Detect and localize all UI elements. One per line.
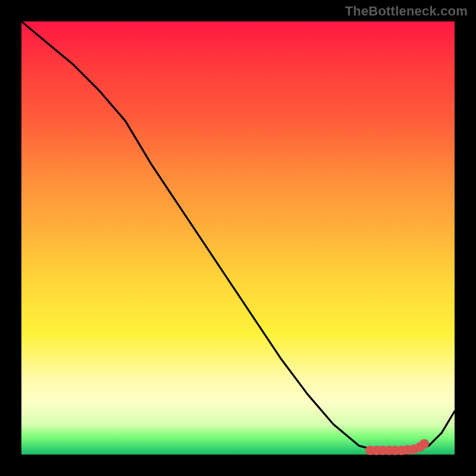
bottleneck-curve xyxy=(21,21,455,450)
plot-area xyxy=(21,21,455,455)
curve-layer xyxy=(21,21,455,455)
watermark-text: TheBottleneck.com xyxy=(345,4,468,19)
data-marker xyxy=(419,439,429,449)
chart-frame: TheBottleneck.com xyxy=(0,0,476,476)
